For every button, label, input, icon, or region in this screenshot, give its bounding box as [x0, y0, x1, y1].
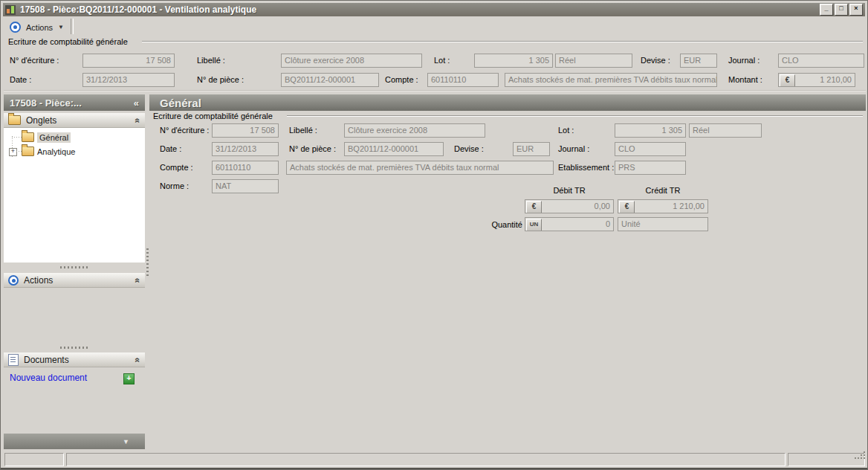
- date-label: Date :: [160, 144, 181, 153]
- euro-currency-button[interactable]: €: [780, 74, 795, 87]
- tree-expander-icon[interactable]: +: [9, 148, 17, 156]
- compte-label: Compte :: [385, 75, 418, 84]
- journal-label: Journal :: [558, 144, 589, 153]
- close-button-icon[interactable]: ×: [849, 4, 863, 16]
- debit-field[interactable]: € 0,00: [525, 199, 614, 213]
- piece-label: N° de pièce :: [197, 75, 244, 84]
- tree-item-general[interactable]: Général: [22, 131, 71, 144]
- lot-label: Lot :: [434, 56, 450, 65]
- sidebar-bottom-dropdown[interactable]: ▼: [4, 434, 145, 449]
- etablissement-field[interactable]: PRS: [615, 161, 686, 175]
- lot-label: Lot :: [558, 126, 574, 135]
- tree-line: [12, 137, 22, 138]
- actions-panel-header[interactable]: Actions «: [4, 273, 145, 288]
- chevron-down-icon: ▼: [58, 24, 64, 30]
- num-ecriture-field[interactable]: 17 508: [212, 123, 279, 138]
- compte-field[interactable]: 60110110: [212, 161, 279, 175]
- libelle-label: Libellé :: [197, 56, 225, 65]
- debit-value: 0,00: [543, 200, 610, 213]
- actions-label: Actions: [26, 23, 53, 32]
- piece-label: N° de pièce :: [289, 144, 336, 153]
- add-document-button[interactable]: +: [123, 373, 135, 384]
- application-window: 17508 - Pièce:BQ2011/12-000001 - Ventila…: [0, 0, 868, 470]
- lot-type-field[interactable]: Réel: [555, 54, 632, 68]
- actions-menu-button[interactable]: Actions ▼: [5, 19, 68, 35]
- main-panel-header: Général: [149, 94, 866, 111]
- journal-label: Journal :: [728, 56, 760, 65]
- devise-label: Devise :: [454, 144, 484, 153]
- collapse-panel-icon[interactable]: «: [133, 277, 143, 283]
- quantite-field[interactable]: UN 0: [525, 217, 614, 231]
- top-group-line: [142, 41, 863, 42]
- compte-label: Compte :: [160, 163, 193, 172]
- num-ecriture-label: N° d'écriture :: [10, 56, 59, 65]
- actions-icon: [10, 22, 21, 33]
- montant-field[interactable]: € 1 210,00: [778, 73, 855, 87]
- folder-icon: [8, 115, 21, 125]
- euro-currency-button[interactable]: €: [619, 201, 635, 213]
- minimize-button-icon[interactable]: _: [820, 4, 833, 16]
- norme-field[interactable]: NAT: [212, 179, 279, 193]
- main-group-line: [287, 115, 863, 117]
- actions-panel-title: Actions: [24, 275, 53, 286]
- debit-column-header: Débit TR: [525, 186, 614, 195]
- tree-item-analytique[interactable]: Analytique: [22, 145, 75, 158]
- date-label: Date :: [10, 75, 31, 84]
- folder-open-icon: [22, 132, 34, 142]
- unit-button[interactable]: UN: [526, 219, 542, 231]
- status-bar-cell: [4, 453, 64, 466]
- compte-desc-field[interactable]: Achats stockés de mat. premières TVA déb…: [505, 73, 717, 87]
- devise-field[interactable]: EUR: [513, 142, 550, 156]
- tree-item-label[interactable]: Général: [37, 132, 71, 143]
- sidebar-header-title: 17508 - Pièce:...: [10, 97, 82, 109]
- window-title: 17508 - Pièce:BQ2011/12-000001 - Ventila…: [20, 4, 256, 15]
- tree-item-label[interactable]: Analytique: [37, 147, 75, 156]
- collapse-panel-icon[interactable]: «: [133, 357, 143, 362]
- vertical-splitter-handle[interactable]: [146, 246, 149, 276]
- sidebar-splitter-handle[interactable]: [60, 266, 90, 268]
- piece-field[interactable]: BQ2011/12-000001: [281, 73, 379, 87]
- euro-currency-button[interactable]: €: [526, 201, 542, 213]
- sidebar-header[interactable]: 17508 - Pièce:... «: [4, 94, 145, 111]
- folder-icon: [22, 147, 34, 156]
- chevron-down-icon: ▼: [123, 438, 129, 445]
- journal-field[interactable]: CLO: [778, 54, 864, 68]
- unite-field[interactable]: Unité: [618, 217, 708, 231]
- devise-field[interactable]: EUR: [680, 54, 717, 68]
- maximize-button-icon[interactable]: □: [835, 4, 848, 16]
- journal-field[interactable]: CLO: [615, 142, 686, 156]
- compte-field[interactable]: 60110110: [427, 73, 499, 87]
- date-field[interactable]: 31/12/2013: [82, 73, 175, 87]
- pane-divider: [4, 90, 866, 91]
- onglets-panel-header[interactable]: Onglets «: [4, 113, 145, 128]
- date-field[interactable]: 31/12/2013: [212, 142, 279, 156]
- libelle-label: Libellé :: [289, 126, 317, 135]
- libelle-field[interactable]: Clôture exercice 2008: [281, 54, 422, 68]
- compte-desc-field[interactable]: Achats stockés de mat. premières TVA déb…: [286, 161, 554, 175]
- credit-column-header: Crédit TR: [618, 186, 708, 195]
- num-ecriture-field[interactable]: 17 508: [82, 54, 175, 68]
- montant-label: Montant :: [728, 75, 762, 84]
- lot-field[interactable]: 1 305: [615, 123, 686, 138]
- credit-value: 1 210,00: [636, 200, 705, 213]
- documents-panel-header[interactable]: Documents «: [4, 352, 145, 367]
- credit-field[interactable]: € 1 210,00: [618, 199, 708, 213]
- document-icon: [8, 354, 19, 366]
- collapse-sidebar-icon[interactable]: «: [134, 97, 139, 109]
- libelle-field[interactable]: Clôture exercice 2008: [344, 123, 485, 138]
- actions-panel-icon: [8, 275, 19, 286]
- piece-field[interactable]: BQ2011/12-000001: [344, 142, 444, 156]
- new-document-link[interactable]: Nouveau document: [10, 373, 87, 383]
- lot-type-field[interactable]: Réel: [689, 123, 762, 138]
- resize-grip[interactable]: [855, 457, 856, 459]
- title-bar: 17508 - Pièce:BQ2011/12-000001 - Ventila…: [3, 3, 865, 16]
- lot-field[interactable]: 1 305: [474, 54, 553, 68]
- norme-label: Norme :: [160, 181, 189, 190]
- montant-value: 1 210,00: [797, 74, 852, 86]
- collapse-panel-icon[interactable]: «: [133, 118, 143, 123]
- status-bar-cell: [66, 453, 786, 466]
- onglets-tree: Général + Analytique: [4, 128, 145, 263]
- etablissement-label: Etablissement :: [558, 163, 614, 172]
- sidebar-splitter-handle[interactable]: [60, 347, 90, 349]
- status-bar-cell: [788, 453, 865, 466]
